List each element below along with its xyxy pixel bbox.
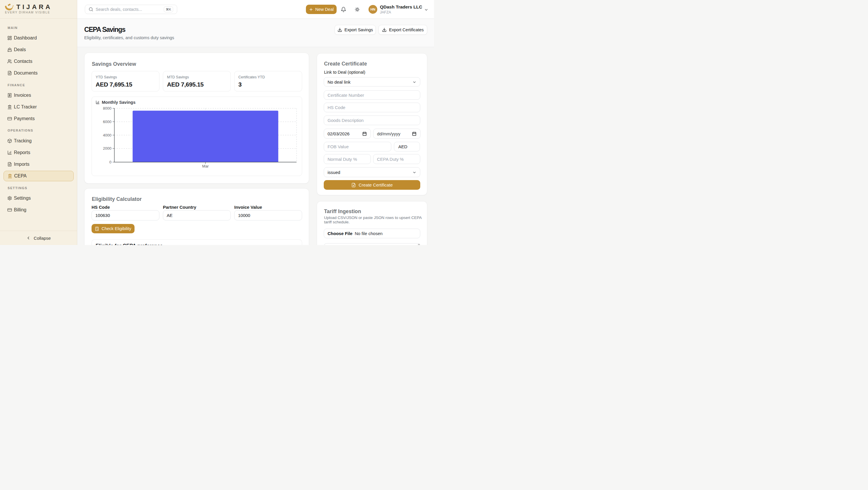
- svg-text:2000: 2000: [103, 146, 112, 151]
- svg-text:6000: 6000: [103, 120, 112, 124]
- svg-text:8000: 8000: [103, 106, 112, 110]
- svg-text:Mar: Mar: [202, 164, 209, 168]
- svg-text:0: 0: [110, 160, 112, 164]
- svg-text:4000: 4000: [103, 133, 112, 137]
